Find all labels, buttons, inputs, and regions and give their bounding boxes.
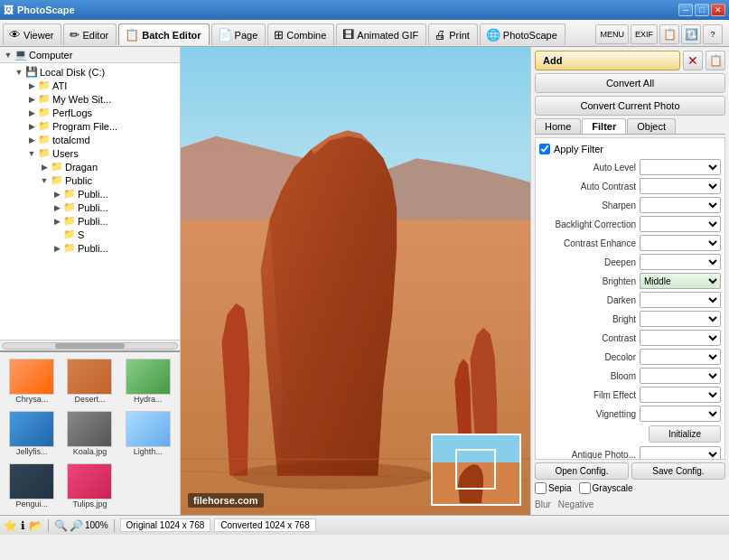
tree-node-publi1[interactable]: ▶ 📁 Publi...	[2, 187, 178, 201]
tree-node-ati[interactable]: ▶ 📁 ATI	[2, 79, 178, 92]
filter-select-contrast[interactable]	[640, 330, 721, 346]
filter-select-antique[interactable]	[640, 446, 721, 460]
filter-options: Apply Filter Auto Level Auto Contrast Sh…	[535, 137, 725, 460]
thumb-jelly[interactable]: Jellyfis...	[4, 408, 60, 459]
filter-select-auto-level[interactable]	[640, 159, 721, 175]
tab-photoscape[interactable]: 🌐 PhotoScape	[480, 23, 565, 45]
tab-object[interactable]: Object	[627, 118, 676, 134]
config-buttons: Open Config. Save Config.	[535, 462, 725, 480]
initialize-button[interactable]: Initialize	[649, 425, 721, 443]
tree-node-totalcmd[interactable]: ▶ 📁 totalcmd	[2, 133, 178, 146]
thumb-img-penguin	[9, 463, 54, 499]
tree-node-publi4[interactable]: ▶ 📁 Publi...	[2, 241, 178, 255]
filter-label-contrast-enhance: Contrast Enhance	[539, 238, 640, 248]
filter-select-darken[interactable]	[640, 292, 721, 308]
filter-film-effect: Film Effect	[539, 386, 721, 404]
tab-home[interactable]: Home	[535, 118, 581, 134]
filter-label-decolor: Decolor	[539, 352, 640, 362]
filter-label-contrast: Contrast	[539, 333, 640, 343]
thumb-img-light	[126, 411, 171, 447]
filter-backlight: Backlight Correction	[539, 215, 721, 233]
zoom-in-icon[interactable]: 🔎	[70, 519, 83, 532]
folder-icon: 📁	[38, 107, 51, 118]
thumb-light[interactable]: Lighth...	[120, 408, 176, 459]
tree-node-publi3[interactable]: ▶ 📁 Publi...	[2, 214, 178, 228]
close-button[interactable]: ✕	[711, 4, 725, 16]
delete-button[interactable]: ✕	[683, 51, 703, 70]
info-icon[interactable]: ℹ	[21, 519, 25, 532]
filter-select-backlight[interactable]	[640, 216, 721, 232]
thumb-penguin[interactable]: Pengui...	[4, 461, 60, 511]
add-button[interactable]: Add	[535, 51, 680, 70]
thumb-chrysa[interactable]: Chrysa...	[4, 356, 60, 406]
filter-select-decolor[interactable]	[640, 349, 721, 365]
thumb-img-koala	[67, 411, 112, 447]
filter-label-sharpen: Sharpen	[539, 201, 640, 210]
grayscale-checkbox[interactable]	[579, 482, 591, 494]
filter-select-auto-contrast[interactable]	[640, 178, 721, 194]
thumb-desert[interactable]: Desert...	[61, 356, 117, 406]
maximize-button[interactable]: □	[695, 4, 709, 16]
tree-node-public[interactable]: ▼ 📁 Public	[2, 173, 178, 187]
tree-node-publi2[interactable]: ▶ 📁 Publi...	[2, 201, 178, 214]
filter-select-sharpen[interactable]	[640, 197, 721, 213]
filter-deepen: Deepen	[539, 253, 721, 271]
editor-icon: ✏	[70, 28, 79, 42]
menu-button[interactable]: MENU	[595, 24, 629, 44]
mini-preview	[431, 434, 521, 506]
thumb-img-tulips	[67, 463, 112, 499]
tree-node-perflogs[interactable]: ▶ 📁 PerfLogs	[2, 106, 178, 119]
tree-node-users[interactable]: ▼ 📁 Users	[2, 146, 178, 160]
tree-node-dragan[interactable]: ▶ 📁 Dragan	[2, 160, 178, 173]
exif-button[interactable]: EXIF	[631, 24, 658, 44]
folder-icon: 📁	[51, 161, 63, 173]
tree-node-localdisk[interactable]: ▼ 💾 Local Disk (C:)	[2, 65, 178, 79]
filter-select-brighten[interactable]: Middle Low High	[640, 273, 721, 289]
star-icon[interactable]: ⭐	[4, 519, 17, 532]
copy-button[interactable]: 📋	[659, 24, 679, 44]
convert-all-button[interactable]: Convert All	[535, 73, 725, 93]
copy-files-button[interactable]: 📋	[706, 51, 725, 70]
tab-combine[interactable]: ⊞ Combine	[267, 23, 334, 45]
apply-filter-checkbox[interactable]	[539, 144, 550, 154]
tab-print[interactable]: 🖨 Print	[428, 23, 478, 45]
tab-editor[interactable]: ✏ Editor	[63, 23, 117, 45]
file-tree-panel: ▼ 💻 Computer ▼ 💾 Local Disk (C:) ▶ 📁 ATI…	[0, 47, 181, 515]
expand-icon: ▼	[4, 51, 13, 60]
tab-animated-gif[interactable]: 🎞 Animated GIF	[336, 23, 426, 45]
tab-batch-editor[interactable]: 📋 Batch Editor	[118, 23, 209, 45]
save-config-button[interactable]: Save Config.	[631, 462, 725, 480]
filter-select-bright[interactable]	[640, 311, 721, 327]
refresh-button[interactable]: 🔃	[681, 24, 701, 44]
tab-page[interactable]: 📄 Page	[211, 23, 266, 45]
tree-node-myweb[interactable]: ▶ 📁 My Web Sit...	[2, 92, 178, 106]
filter-sharpen: Sharpen	[539, 196, 721, 214]
thumb-label-koala: Koala.jpg	[73, 447, 107, 456]
thumb-label-penguin: Pengui...	[15, 499, 48, 509]
tree-node-program[interactable]: ▶ 📁 Program File...	[2, 119, 178, 133]
tree-node-s[interactable]: 📁 S	[2, 228, 178, 241]
sepia-checkbox[interactable]	[535, 482, 547, 494]
convert-current-button[interactable]: Convert Current Photo	[535, 96, 725, 116]
thumb-hydra[interactable]: Hydra...	[120, 356, 176, 406]
filter-select-film-effect[interactable]	[640, 387, 721, 403]
apply-filter-row: Apply Filter	[539, 142, 721, 156]
filter-select-bloom[interactable]	[640, 368, 721, 384]
sepia-label: Sepia	[535, 482, 572, 494]
zoom-out-icon[interactable]: 🔍	[54, 519, 68, 532]
thumb-tulips[interactable]: Tulips.jpg	[61, 461, 117, 511]
tab-filter[interactable]: Filter	[582, 118, 626, 134]
filter-select-contrast-enhance[interactable]	[640, 235, 721, 251]
file-list-area[interactable]: ▼ 💾 Local Disk (C:) ▶ 📁 ATI ▶ 📁 My Web S…	[0, 63, 180, 340]
filter-select-vignetting[interactable]	[640, 406, 721, 422]
sep1	[48, 519, 49, 532]
thumb-koala[interactable]: Koala.jpg	[61, 408, 117, 459]
open-config-button[interactable]: Open Config.	[535, 462, 629, 480]
zoom-level: 100%	[85, 520, 108, 530]
folder-open-icon[interactable]: 📂	[29, 519, 42, 532]
help-button[interactable]: ?	[703, 24, 723, 44]
filter-select-deepen[interactable]	[640, 254, 721, 270]
tree-node-computer[interactable]: ▼ 💻 Computer	[2, 48, 178, 61]
minimize-button[interactable]: ─	[678, 4, 693, 16]
tab-viewer[interactable]: 👁 Viewer	[3, 23, 61, 45]
